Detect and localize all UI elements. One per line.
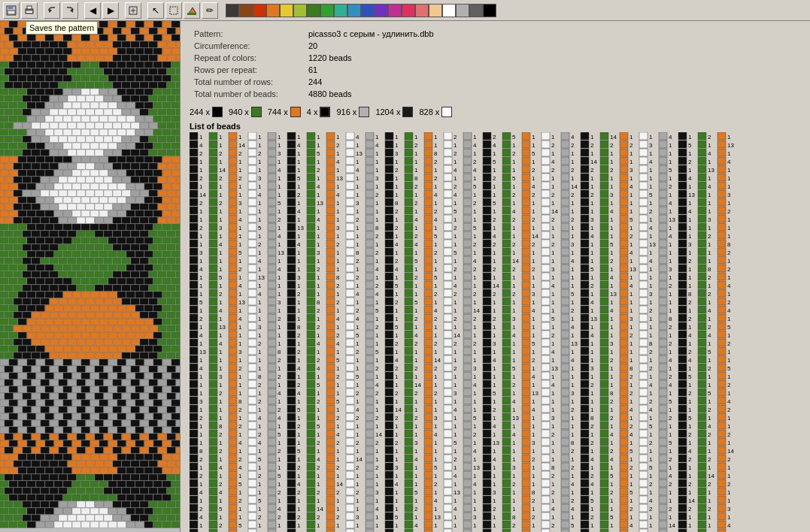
redo-button[interactable] bbox=[62, 2, 78, 19]
palette-color-16[interactable] bbox=[429, 4, 442, 17]
palette-color-12[interactable] bbox=[375, 4, 388, 17]
save-button[interactable] bbox=[3, 2, 20, 19]
pattern-value: picasso3 с серым - удлинить.dbb bbox=[305, 29, 437, 39]
bead-count-4: 4 x bbox=[307, 107, 318, 116]
pattern-label: Pattern: bbox=[191, 29, 304, 39]
color-palette bbox=[226, 4, 496, 17]
draw-tool-button[interactable]: ✏ bbox=[202, 2, 218, 19]
palette-color-18[interactable] bbox=[456, 4, 469, 17]
swatch-white bbox=[441, 107, 452, 117]
bead-count-white: 828 x bbox=[419, 107, 452, 117]
fill-tool-button[interactable] bbox=[184, 2, 200, 19]
palette-color-7[interactable] bbox=[307, 4, 320, 17]
repeat-value: 1220 beads bbox=[305, 53, 437, 63]
svg-marker-7 bbox=[70, 8, 73, 13]
bead-count-black: 244 x bbox=[190, 107, 223, 117]
palette-strip[interactable] bbox=[226, 4, 496, 17]
svg-rect-11 bbox=[170, 7, 177, 14]
palette-color-13[interactable] bbox=[388, 4, 402, 17]
palette-color-9[interactable] bbox=[334, 4, 347, 17]
svg-rect-1 bbox=[8, 6, 13, 9]
palette-color-4[interactable] bbox=[266, 4, 280, 17]
swatch-gray bbox=[359, 107, 369, 117]
palette-color-8[interactable] bbox=[320, 4, 334, 17]
total-beads-label: Total number of beads: bbox=[191, 89, 304, 99]
right-panel: Pattern: picasso3 с серым - удлинить.dbb… bbox=[181, 21, 810, 532]
pattern-info: Pattern: picasso3 с серым - удлинить.dbb… bbox=[190, 27, 438, 101]
next-button[interactable]: ▶ bbox=[102, 2, 119, 19]
bead-count-940: 940 x bbox=[229, 107, 249, 116]
bead-count-916: 916 x bbox=[336, 107, 356, 116]
swatch-darkblack bbox=[402, 107, 413, 117]
rect-select-button[interactable] bbox=[165, 2, 182, 19]
main-area: Pattern: picasso3 с серым - удлинить.dbb… bbox=[0, 21, 810, 532]
svg-rect-2 bbox=[8, 11, 15, 14]
list-of-beads-label: List of beads bbox=[190, 122, 801, 131]
svg-marker-12 bbox=[189, 8, 196, 14]
palette-color-17[interactable] bbox=[442, 4, 456, 17]
print-button[interactable] bbox=[21, 2, 38, 19]
palette-color-10[interactable] bbox=[347, 4, 361, 17]
total-beads-value: 4880 beads bbox=[305, 89, 437, 99]
rows-per-label: Rows per repeat: bbox=[191, 65, 304, 75]
palette-color-3[interactable] bbox=[253, 4, 266, 17]
palette-color-14[interactable] bbox=[402, 4, 415, 17]
bead-count-4: 4 x bbox=[307, 107, 331, 117]
circumference-label: Circumference: bbox=[191, 41, 304, 51]
bead-count-744: 744 x bbox=[268, 107, 288, 116]
bead-count-gray: 916 x bbox=[336, 107, 369, 117]
undo-button[interactable] bbox=[44, 2, 60, 19]
svg-marker-6 bbox=[49, 8, 52, 13]
swatch-green bbox=[251, 107, 262, 117]
bead-count-orange: 744 x bbox=[268, 107, 301, 117]
rows-per-value: 61 bbox=[305, 65, 437, 75]
palette-color-1[interactable] bbox=[226, 4, 239, 17]
bead-count-darkblack: 1204 x bbox=[375, 107, 413, 117]
bead-pattern-canvas[interactable] bbox=[0, 21, 181, 532]
swatch-black bbox=[212, 107, 223, 117]
bead-counts: 244 x 940 x 744 x 4 x 916 x 1204 x bbox=[190, 107, 801, 117]
palette-color-20[interactable] bbox=[483, 4, 496, 17]
bead-list-canvas bbox=[190, 132, 746, 532]
bead-count-1204: 1204 x bbox=[375, 107, 400, 116]
total-rows-value: 244 bbox=[305, 77, 437, 87]
swatch-4 bbox=[320, 107, 330, 117]
total-rows-label: Total number of rows: bbox=[191, 77, 304, 87]
bead-count-828: 828 x bbox=[419, 107, 439, 116]
svg-rect-4 bbox=[27, 6, 32, 9]
palette-color-6[interactable] bbox=[293, 4, 307, 17]
new-button[interactable] bbox=[125, 2, 141, 19]
svg-rect-13 bbox=[187, 13, 196, 15]
toolbar-tooltip: Saves the pattern bbox=[26, 21, 98, 35]
prev-button[interactable]: ◀ bbox=[84, 2, 101, 19]
palette-color-5[interactable] bbox=[280, 4, 293, 17]
swatch-orange bbox=[290, 107, 301, 117]
palette-color-11[interactable] bbox=[361, 4, 375, 17]
palette-color-2[interactable] bbox=[239, 4, 253, 17]
palette-color-19[interactable] bbox=[469, 4, 483, 17]
toolbar: ◀ ▶ ↖ ✏ bbox=[0, 0, 810, 21]
palette-color-15[interactable] bbox=[415, 4, 429, 17]
circumference-value: 20 bbox=[305, 41, 437, 51]
svg-rect-5 bbox=[26, 11, 32, 13]
repeat-label: Repeat of colors: bbox=[191, 53, 304, 63]
bead-count-green: 940 x bbox=[229, 107, 262, 117]
bead-count-244: 244 x bbox=[190, 107, 210, 116]
select-tool-button[interactable]: ↖ bbox=[147, 2, 164, 19]
